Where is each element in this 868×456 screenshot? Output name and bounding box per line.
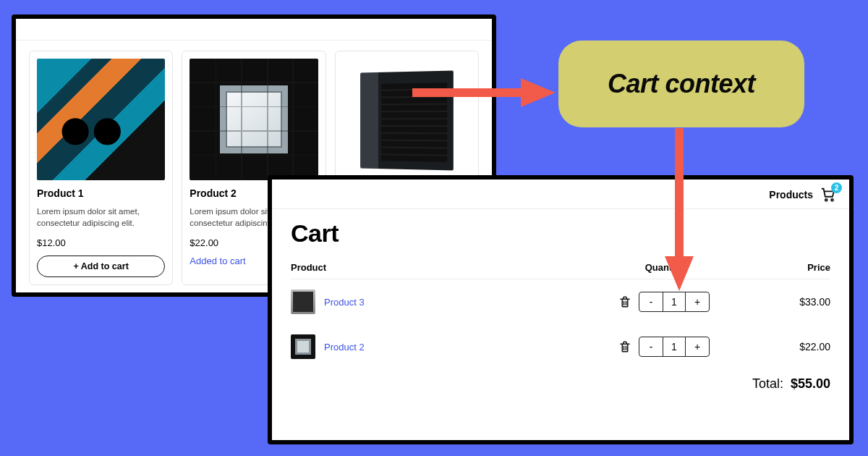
cart-row: Product 2 - 1 + $22.00 — [291, 324, 830, 369]
cart-item-thumb — [291, 290, 315, 314]
product-card: Product 1 Lorem ipsum dolor sit amet, co… — [29, 51, 173, 285]
context-bubble-label: Cart context — [608, 69, 755, 99]
cart-window: Products 2 Cart Product Quantity Price P… — [268, 175, 854, 444]
cart-item-price: $22.00 — [736, 341, 830, 352]
qty-decrement-button[interactable]: - — [639, 292, 663, 311]
quantity-stepper: - 1 + — [639, 292, 710, 312]
cart-total-label: Total: — [752, 376, 783, 392]
cart-row: Product 3 - 1 + $33.00 — [291, 279, 830, 324]
svg-marker-2 — [412, 78, 556, 107]
cart-table-header: Product Quantity Price — [291, 262, 830, 279]
remove-item-button[interactable] — [618, 340, 631, 353]
qty-decrement-button[interactable]: - — [639, 337, 663, 356]
qty-value: 1 — [663, 292, 686, 311]
arrow-right-icon — [412, 78, 556, 107]
product-description: Lorem ipsum dolor sit amet, consectetur … — [37, 206, 165, 229]
trash-icon — [618, 340, 631, 353]
cart-badge: 2 — [831, 182, 842, 193]
cart-title: Cart — [291, 219, 830, 248]
nav-products-link[interactable]: Products — [769, 189, 813, 200]
qty-increment-button[interactable]: + — [686, 337, 709, 356]
context-bubble: Cart context — [558, 41, 804, 127]
cart-item-name[interactable]: Product 2 — [324, 342, 365, 352]
product-name: Product 1 — [37, 187, 165, 199]
cart-total-row: Total: $55.00 — [291, 369, 830, 392]
qty-increment-button[interactable]: + — [686, 292, 709, 311]
svg-point-0 — [825, 199, 827, 201]
products-topbar — [16, 19, 492, 41]
cart-icon[interactable]: 2 — [820, 187, 836, 203]
product-image-case — [343, 59, 471, 180]
col-product: Product — [291, 262, 592, 273]
col-price: Price — [736, 262, 830, 273]
product-price: $12.00 — [37, 237, 165, 248]
cart-table: Product Quantity Price Product 3 - 1 + — [291, 262, 830, 392]
remove-item-button[interactable] — [618, 295, 631, 308]
product-image-gpu — [37, 59, 165, 180]
trash-icon — [618, 295, 631, 308]
col-quantity: Quantity — [592, 262, 736, 273]
arrow-down-icon — [665, 128, 694, 291]
cart-item-name[interactable]: Product 3 — [324, 297, 365, 308]
add-to-cart-button[interactable]: + Add to cart — [37, 256, 165, 277]
cart-topbar: Products 2 — [272, 180, 849, 209]
product-image-cpu — [190, 59, 318, 180]
cart-total-value: $55.00 — [791, 376, 830, 392]
cart-item-price: $33.00 — [736, 296, 830, 308]
cart-item-thumb — [291, 334, 315, 359]
svg-marker-3 — [665, 128, 694, 291]
quantity-stepper: - 1 + — [639, 337, 710, 357]
svg-point-1 — [831, 199, 833, 201]
qty-value: 1 — [663, 337, 686, 356]
